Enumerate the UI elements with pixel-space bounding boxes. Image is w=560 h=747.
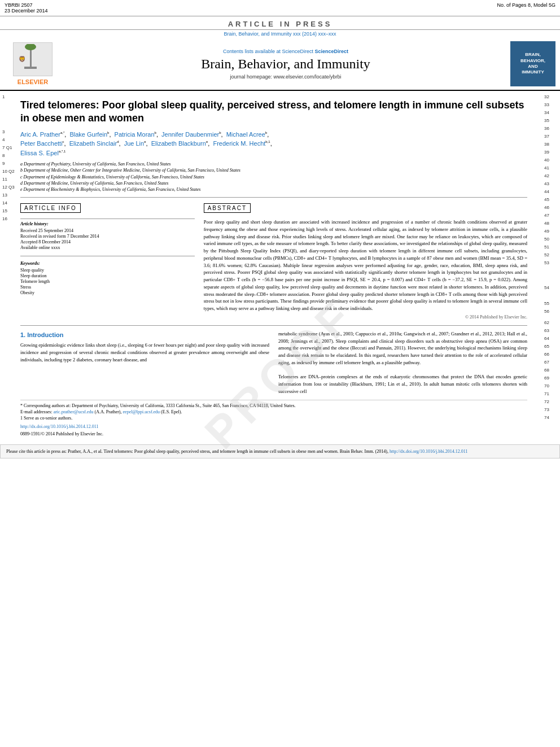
rn-64: 64 [544, 335, 560, 343]
affil-c: c Department of Epidemiology & Biostatis… [20, 174, 527, 180]
author-lin: Jue Lin [124, 140, 144, 147]
intro-two-col: 1. Introduction Growing epidemiologic ev… [20, 330, 527, 395]
author-bacchetti: Peter Bacchetti [20, 140, 63, 147]
line-4: 4 [2, 136, 20, 144]
introduction-section: 1. Introduction Growing epidemiologic ev… [20, 330, 527, 395]
sciencedirect-text: Contents lists available at ScienceDirec… [61, 49, 510, 54]
line-6 [2, 120, 20, 128]
author-epel: Elissa S. Epel [20, 150, 59, 156]
journal-homepage: journal homepage: www.elsevier.com/locat… [61, 74, 510, 80]
journal-logo-line2: BEHAVIOR, [520, 58, 545, 64]
rn-34: 34 [544, 109, 560, 117]
affil-a: a Department of Psychiatry, University o… [20, 161, 527, 167]
doi-line: http://dx.doi.org/10.1016/j.bbi.2014.12.… [20, 423, 527, 430]
rn-45: 45 [544, 196, 560, 204]
author-acree: Michael Acree [226, 131, 265, 138]
author-sinclair: Elizabeth Sinclair [69, 140, 117, 147]
rn-40: 40 [544, 156, 560, 164]
rn-70: 70 [544, 382, 560, 390]
received-date: Received 25 September 2014 [20, 228, 195, 233]
pages-model: No. of Pages 8, Model 5G [497, 2, 555, 8]
intro-left-text: Growing epidemiologic evidence links sho… [20, 342, 269, 363]
intro-left-col: 1. Introduction Growing epidemiologic ev… [20, 330, 269, 395]
rn-35: 35 [544, 117, 560, 125]
rn-72: 72 [544, 398, 560, 406]
line-9: 9 [2, 160, 20, 168]
article-info-header: ARTICLE INFO [20, 203, 81, 213]
keyword-1: Sleep quality [20, 268, 195, 273]
author-blackburn: Elizabeth Blackburn [151, 140, 206, 147]
rn-38: 38 [544, 141, 560, 148]
article-in-press-banner: ARTICLE IN PRESS [0, 16, 560, 30]
line-16: 16 [2, 215, 20, 223]
affiliations: a Department of Psychiatry, University o… [20, 161, 527, 193]
revised-date: Received in revised form 7 December 2014 [20, 234, 195, 239]
rn-68: 68 [544, 366, 560, 374]
line-13: 13 [2, 191, 20, 199]
intro-right-col: metabolic syndrome (Ayas et al., 2003; C… [278, 330, 527, 395]
abstract-text: Poor sleep quality and short sleep durat… [204, 219, 527, 312]
journal-center: Contents lists available at ScienceDirec… [61, 49, 510, 80]
rn-49: 49 [544, 228, 560, 235]
citation-text: Please cite this article in press as: Pr… [6, 449, 390, 454]
doi-link[interactable]: http://dx.doi.org/10.1016/j.bbi.2014.12.… [20, 424, 98, 429]
line-11: 11 [2, 176, 20, 184]
rn-63: 63 [544, 327, 560, 335]
rn-42: 42 [544, 172, 560, 180]
rn-71: 71 [544, 390, 560, 398]
rn-51: 51 [544, 243, 560, 251]
journal-title: Brain, Behavior, and Immunity [61, 56, 510, 72]
citation-footer: Please cite this article in press as: Pr… [0, 444, 560, 458]
rn-56: 56 [544, 308, 560, 316]
line-10: 10 Q2 [2, 168, 20, 176]
affil-e: e Department of Biochemistry & Biophysic… [20, 186, 527, 193]
keyword-4: Stress [20, 285, 195, 290]
rn-53: 53 [544, 259, 560, 267]
rn-62: 62 [544, 319, 560, 327]
rn-69: 69 [544, 374, 560, 382]
article-history: Article history: Received 25 September 2… [20, 219, 195, 250]
authors-line: Aric A. Prathera,*, Blake Gurfeinb, Patr… [20, 130, 527, 158]
elsevier-lion-icon: 🦁 [13, 42, 53, 76]
line-7: 7 Q1 [2, 144, 20, 152]
line-3: 3 [2, 128, 20, 136]
author-hecht: Frederick M. Hecht [213, 140, 265, 147]
rn-47: 47 [544, 212, 560, 220]
rn-blank [544, 292, 560, 300]
elsevier-logo-area: 🦁 ELSEVIER [5, 42, 61, 85]
rn-46: 46 [544, 204, 560, 212]
elsevier-wordmark: ELSEVIER [18, 78, 48, 85]
svg-text:🦁: 🦁 [19, 55, 26, 63]
rn-48: 48 [544, 220, 560, 228]
journal-logo-line3: AND [528, 64, 537, 69]
rn-36: 36 [544, 125, 560, 133]
rn-41: 41 [544, 164, 560, 172]
rn-43: 43 [544, 180, 560, 188]
email-footnote: E-mail addresses: aric.prather@ucsf.edu … [20, 409, 527, 415]
journal-logo-right: BRAIN, BEHAVIOR, AND IMMUNITY [510, 41, 555, 86]
top-header: YBRBI 2507 23 December 2014 No. of Pages… [0, 0, 560, 16]
rn-33: 33 [544, 101, 560, 109]
affil-b: b Department of Medicine, Osher Center f… [20, 167, 527, 173]
intro-right-text: metabolic syndrome (Ayas et al., 2003; C… [278, 330, 527, 395]
rn-37: 37 [544, 133, 560, 141]
right-margin-numbers: 32 33 34 35 36 37 38 39 40 41 42 43 44 4… [544, 93, 560, 438]
line-1: 1 [2, 93, 20, 101]
email-prather: aric.prather@ucsf.edu [54, 409, 94, 414]
keyword-2: Sleep duration [20, 273, 195, 278]
citation-doi-link[interactable]: http://dx.doi.org/10.1016/j.bbi.2014.12.… [390, 449, 467, 454]
accepted-date: Accepted 8 December 2014 [20, 239, 195, 244]
abstract-copyright: © 2014 Published by Elsevier Inc. [204, 314, 527, 320]
rn-44: 44 [544, 188, 560, 196]
keyword-3: Telomere length [20, 279, 195, 284]
article-date: 23 December 2014 [5, 8, 48, 14]
keywords-section: Keywords: Sleep quality Sleep duration T… [20, 256, 195, 295]
rn-32: 32 [544, 93, 560, 101]
keyword-5: Obesity [20, 290, 195, 295]
online-date: Available online xxxx [20, 245, 195, 250]
journal-logo-line1: BRAIN, [525, 52, 541, 58]
author-gurfein: Blake Gurfein [69, 131, 107, 138]
journal-header: 🦁 ELSEVIER Contents lists available at S… [0, 38, 560, 91]
affil-d: d Department of Medicine, University of … [20, 180, 527, 186]
corresponding-footnote: * Corresponding authors at: Department o… [20, 403, 527, 409]
